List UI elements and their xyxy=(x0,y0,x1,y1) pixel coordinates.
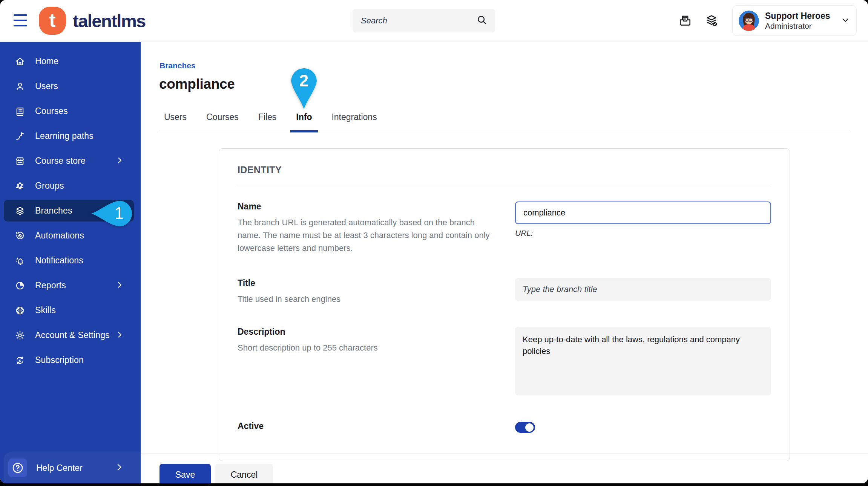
branch-name-input[interactable] xyxy=(515,201,771,224)
step-marker-2-number: 2 xyxy=(299,71,308,90)
search-input[interactable] xyxy=(360,15,476,26)
sidebar-item-account-settings[interactable]: Account & Settings xyxy=(4,325,134,346)
groups-icon xyxy=(14,180,26,192)
pie-chart-icon xyxy=(14,280,26,291)
chevron-right-icon xyxy=(115,280,124,291)
title-row: Title Title used in search engines xyxy=(238,278,771,306)
inbox-message-icon[interactable] xyxy=(678,14,692,28)
avatar xyxy=(739,11,759,31)
sidebar-item-label: Groups xyxy=(35,181,64,191)
top-header: t talentlms Support Heroes Administrator xyxy=(0,0,868,42)
svg-text:$: $ xyxy=(19,358,21,362)
url-label: URL: xyxy=(515,229,771,238)
tab-info-label: Info xyxy=(296,112,312,122)
talentlms-logo[interactable]: t talentlms xyxy=(39,7,146,35)
save-button[interactable]: Save xyxy=(159,464,211,483)
active-label: Active xyxy=(238,421,498,431)
active-toggle[interactable] xyxy=(515,422,535,433)
page-title: compliance xyxy=(159,76,235,92)
description-label: Description xyxy=(238,327,498,337)
sidebar-item-reports[interactable]: Reports xyxy=(4,275,134,296)
help-center[interactable]: Help Center xyxy=(4,452,141,483)
section-divider xyxy=(238,187,771,187)
main-content: Branches compliance Users Courses Files … xyxy=(141,42,868,483)
sidebar-item-label: Reports xyxy=(35,280,66,291)
sidebar-item-automations[interactable]: Automations xyxy=(4,225,134,246)
automation-icon xyxy=(14,230,26,241)
tab-integrations[interactable]: Integrations xyxy=(331,112,377,132)
chevron-right-icon xyxy=(114,462,124,474)
sidebar-item-label: Notifications xyxy=(35,255,83,266)
name-row: Name The branch URL is generated automat… xyxy=(238,201,771,255)
logo-mark-icon: t xyxy=(39,7,66,35)
chevron-right-icon xyxy=(115,330,124,341)
identity-card: IDENTITY Name The branch URL is generate… xyxy=(219,148,790,461)
chevron-down-icon[interactable] xyxy=(840,15,850,26)
user-icon xyxy=(14,81,26,92)
title-hint: Title used in search engines xyxy=(238,293,494,306)
bell-icon xyxy=(14,255,26,266)
profile-text: Support Heroes Administrator xyxy=(765,11,830,31)
tab-files[interactable]: Files xyxy=(258,112,277,132)
user-name: Support Heroes xyxy=(765,11,830,21)
step-marker-1-number: 1 xyxy=(115,204,124,222)
layers-icon xyxy=(14,205,26,217)
screen: t talentlms Support Heroes Administrator xyxy=(0,0,868,486)
sidebar-item-skills[interactable]: Skills xyxy=(4,300,134,321)
renew-icon: $ xyxy=(14,355,26,366)
path-icon xyxy=(14,131,26,142)
step-marker-2: 2 xyxy=(290,67,318,111)
store-icon xyxy=(14,155,26,167)
tab-divider xyxy=(159,130,848,130)
sidebar-item-label: Courses xyxy=(35,106,68,116)
sidebar-item-label: Home xyxy=(35,56,58,66)
tab-bar: Users Courses Files Info 2 Integrations xyxy=(164,112,377,132)
sidebar-item-label: Course store xyxy=(35,156,86,166)
chevron-right-icon xyxy=(115,156,124,166)
cancel-button[interactable]: Cancel xyxy=(215,464,273,483)
sidebar-item-label: Account & Settings xyxy=(35,330,110,340)
tab-users[interactable]: Users xyxy=(164,112,187,132)
tab-info[interactable]: Info 2 xyxy=(296,112,312,132)
name-label: Name xyxy=(238,201,498,212)
sidebar-item-label: Automations xyxy=(35,231,84,241)
sidebar-item-users[interactable]: Users xyxy=(4,75,134,97)
book-icon xyxy=(14,106,26,117)
user-profile-menu[interactable]: Support Heroes Administrator xyxy=(732,5,857,36)
active-row: Active xyxy=(238,421,771,433)
description-row: Description Short description up to 255 … xyxy=(238,327,771,397)
description-hint: Short description up to 255 characters xyxy=(238,341,494,354)
branch-description-textarea[interactable]: Keep up-to-date with all the laws, regul… xyxy=(515,327,771,395)
course-stack-icon[interactable] xyxy=(704,14,719,28)
hamburger-menu-icon[interactable] xyxy=(14,14,27,26)
branch-title-input[interactable] xyxy=(515,278,771,301)
help-icon xyxy=(8,458,27,477)
tab-courses[interactable]: Courses xyxy=(206,112,239,132)
sidebar-item-label: Subscription xyxy=(35,355,84,365)
help-center-label: Help Center xyxy=(36,463,83,473)
search-icon[interactable] xyxy=(476,14,488,27)
sidebar-item-groups[interactable]: Groups xyxy=(4,175,134,197)
sidebar-item-label: Learning paths xyxy=(35,131,94,141)
breadcrumb[interactable]: Branches xyxy=(159,61,196,70)
user-role: Administrator xyxy=(765,21,830,31)
sidebar-item-label: Users xyxy=(35,81,58,91)
sidebar-item-subscription[interactable]: $ Subscription xyxy=(4,349,134,371)
logo-wordmark: talentlms xyxy=(73,11,146,31)
toggle-knob xyxy=(525,423,534,432)
gear-icon xyxy=(14,330,26,341)
sidebar-item-courses[interactable]: Courses xyxy=(4,100,134,122)
home-icon xyxy=(14,56,26,67)
title-label: Title xyxy=(238,278,498,288)
brain-icon xyxy=(14,305,26,316)
search-bar[interactable] xyxy=(353,9,495,32)
sidebar-item-notifications[interactable]: Notifications xyxy=(4,250,134,271)
sidebar-item-course-store[interactable]: Course store xyxy=(4,150,134,172)
sidebar-item-learning-paths[interactable]: Learning paths xyxy=(4,125,134,147)
sidebar-item-home[interactable]: Home xyxy=(4,51,134,72)
section-title: IDENTITY xyxy=(238,165,771,175)
app-window: t talentlms Support Heroes Administrator xyxy=(0,0,868,483)
form-footer: Save Cancel xyxy=(141,454,868,483)
sidebar: Home Users Courses Learning paths Course… xyxy=(0,42,141,483)
step-marker-1: 1 xyxy=(90,199,133,228)
